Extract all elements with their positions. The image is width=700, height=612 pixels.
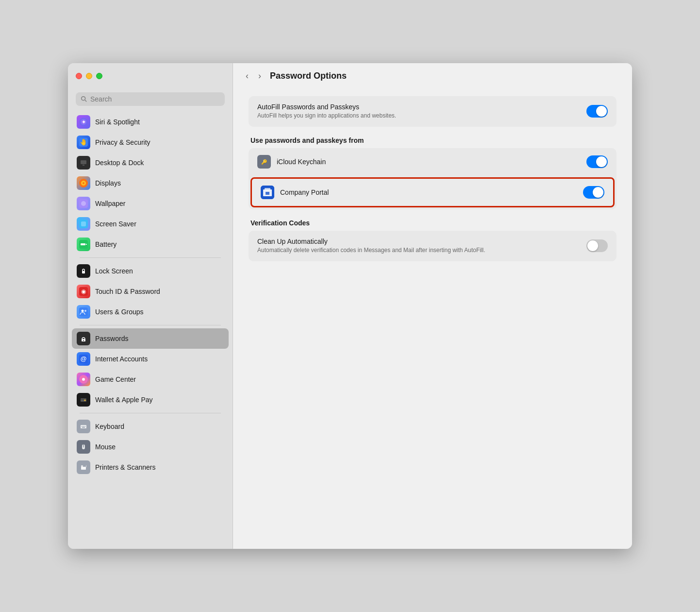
sidebar-item-desktop[interactable]: Desktop & Dock [72,153,229,173]
sidebar-item-gamecenter[interactable]: Game Center [72,369,229,390]
sidebar-item-wallet[interactable]: Wallet & Apple Pay [72,390,229,410]
mouse-icon [77,440,90,454]
svg-rect-15 [81,221,86,226]
sidebar-item-label: Wallpaper [95,200,126,207]
svg-point-36 [84,400,86,401]
sidebar-divider-3 [80,413,221,413]
battery-icon [77,238,90,251]
users-icon [77,305,90,319]
sidebar-item-screensaver[interactable]: Screen Saver [72,214,229,234]
sidebar-item-passwords[interactable]: Passwords [72,328,229,349]
sidebar-item-siri[interactable]: ✦Siri & Spotlight [72,112,229,132]
autofill-row: AutoFill Passwords and Passkeys AutoFill… [249,96,617,127]
search-input[interactable] [90,95,220,103]
sidebar-item-label: Keyboard [95,423,124,430]
svg-rect-54 [265,188,270,190]
cleanup-text: Clean Up Automatically Automatically del… [257,238,581,255]
search-bar[interactable] [76,92,225,106]
svg-text:✦: ✦ [82,119,86,125]
main-content: ‹ › Password Options AutoFill Passwords … [233,63,632,549]
svg-text:@: @ [81,355,87,362]
sidebar-item-label: Siri & Spotlight [95,118,140,126]
sidebar-item-label: Screen Saver [95,220,136,228]
autofill-toggle[interactable] [586,105,608,118]
page-title: Password Options [270,71,347,81]
svg-rect-55 [266,192,269,195]
lockscreen-icon [77,264,90,278]
sidebar: ✦Siri & Spotlight🤚Privacy & SecurityDesk… [68,63,233,549]
verification-card: Clean Up Automatically Automatically del… [249,231,617,261]
svg-rect-26 [79,334,88,343]
sidebar-item-label: Displays [95,179,121,187]
cleanup-title: Clean Up Automatically [257,238,581,245]
cleanup-row: Clean Up Automatically Automatically del… [249,231,617,261]
sidebar-item-privacy[interactable]: 🤚Privacy & Security [72,132,229,153]
privacy-icon: 🤚 [77,136,90,149]
sidebar-item-displays[interactable]: Displays [72,173,229,193]
sidebar-item-keyboard[interactable]: Keyboard [72,416,229,437]
main-titlebar: ‹ › Password Options [233,63,632,88]
svg-rect-35 [81,399,86,400]
passwords-icon [77,332,90,345]
wallpaper-icon [77,197,90,210]
screensaver-icon [77,217,90,231]
svg-rect-48 [81,465,83,467]
sidebar-item-label: Internet Accounts [95,355,148,363]
sidebar-item-label: Lock Screen [95,267,133,275]
verification-codes-header: Verification Codes [250,219,617,227]
sidebar-item-label: Desktop & Dock [95,159,144,167]
company-portal-toggle-thumb [593,187,603,198]
company-portal-row: Company Portal [250,177,615,207]
svg-rect-39 [82,426,83,427]
svg-point-0 [82,97,85,101]
close-button[interactable] [76,73,82,79]
svg-text:🔑: 🔑 [261,159,267,165]
autofill-title: AutoFill Passwords and Passkeys [257,103,581,111]
sidebar-item-lockscreen[interactable]: Lock Screen [72,261,229,281]
sidebar-item-label: Wallet & Apple Pay [95,396,153,404]
svg-rect-20 [82,271,85,273]
sidebar-list: ✦Siri & Spotlight🤚Privacy & SecurityDesk… [68,112,233,549]
svg-rect-49 [86,465,86,467]
icloud-icon: 🔑 [257,155,271,169]
autofill-card: AutoFill Passwords and Passkeys AutoFill… [249,96,617,127]
svg-rect-18 [86,244,87,245]
sidebar-item-wallpaper[interactable]: Wallpaper [72,193,229,214]
autofill-text: AutoFill Passwords and Passkeys AutoFill… [257,103,581,120]
maximize-button[interactable] [96,73,102,79]
sidebar-item-label: Touch ID & Password [95,288,160,295]
svg-rect-40 [83,426,84,427]
use-passwords-header: Use passwords and passkeys from [250,136,617,144]
sidebar-item-mouse[interactable]: Mouse [72,437,229,457]
forward-button[interactable]: › [255,69,264,83]
displays-icon [77,176,90,190]
svg-point-25 [84,310,86,312]
desktop-icon [77,156,90,170]
cleanup-subtitle: Automatically delete verification codes … [257,246,581,255]
svg-text:◉: ◉ [81,288,86,295]
sidebar-divider [80,257,221,258]
icloud-keychain-title: iCloud Keychain [277,158,581,166]
svg-rect-7 [81,160,86,164]
svg-rect-8 [83,165,84,166]
sidebar-item-touchid[interactable]: ◉Touch ID & Password [72,281,229,302]
back-button[interactable]: ‹ [243,69,251,83]
main-body: AutoFill Passwords and Passkeys AutoFill… [233,88,632,549]
icloud-keychain-text: iCloud Keychain [277,158,581,166]
cleanup-toggle[interactable] [586,239,608,252]
sidebar-item-label: Privacy & Security [95,138,150,146]
sidebar-item-users[interactable]: Users & Groups [72,302,229,322]
svg-point-24 [82,310,84,312]
svg-rect-23 [79,307,88,316]
cleanup-toggle-thumb [587,240,598,251]
sidebar-divider-2 [80,325,221,325]
icloud-keychain-toggle[interactable] [586,155,608,168]
sidebar-item-printers[interactable]: Printers & Scanners [72,457,229,477]
sidebar-item-battery[interactable]: Battery [72,234,229,255]
svg-point-11 [83,182,84,184]
sidebar-item-label: Battery [95,240,117,248]
sidebar-item-internet[interactable]: @Internet Accounts [72,349,229,369]
minimize-button[interactable] [86,73,92,79]
company-portal-toggle[interactable] [583,186,604,199]
titlebar [68,63,233,88]
